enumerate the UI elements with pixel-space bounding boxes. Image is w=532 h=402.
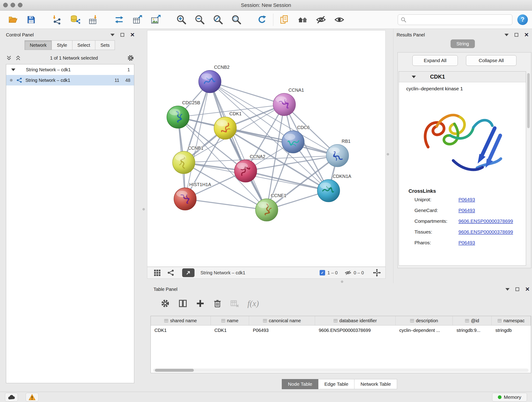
export-table-button[interactable] <box>131 13 144 26</box>
column-icon <box>263 319 267 322</box>
warnings-button[interactable] <box>26 393 38 402</box>
refresh-layout-button[interactable] <box>256 13 268 26</box>
search-input[interactable] <box>409 17 509 22</box>
accordion-disclosure-icon[interactable] <box>412 76 416 78</box>
panel-close-icon[interactable]: ✕ <box>525 287 530 292</box>
network-node-CCNA1[interactable]: CCNA1 <box>273 88 304 116</box>
panel-close-icon[interactable]: ✕ <box>524 32 529 38</box>
disclosure-triangle-icon[interactable] <box>11 69 15 71</box>
zoom-fit-button[interactable] <box>212 13 225 26</box>
network-node-CDC25B[interactable]: CDC25B <box>167 100 200 128</box>
panel-float-icon[interactable] <box>120 33 124 37</box>
memory-button[interactable]: Memory <box>492 393 527 402</box>
table-hscrollbar-thumb[interactable] <box>155 369 194 372</box>
annotation-copy-button[interactable] <box>278 13 291 26</box>
column-header-description[interactable]: description <box>396 316 453 325</box>
open-session-button[interactable] <box>6 13 19 26</box>
table-hscrollbar[interactable] <box>153 369 529 372</box>
tab-network-table[interactable]: Network Table <box>354 379 397 389</box>
network-icon[interactable] <box>167 269 174 276</box>
crosslink-link[interactable]: P06493 <box>458 208 475 213</box>
splitter-handle-bottom[interactable] <box>341 281 343 283</box>
table-cell[interactable]: 9606.ENSP00000378699 <box>315 325 396 335</box>
column-header-shared-name[interactable]: shared name <box>151 316 211 325</box>
table-cell[interactable]: stringdb <box>492 325 531 335</box>
column-header-name[interactable]: name <box>211 316 249 325</box>
zoom-in-button[interactable] <box>175 13 188 26</box>
collapse-all-button[interactable]: Collapse All <box>466 55 516 66</box>
help-button[interactable]: ? <box>517 14 528 25</box>
table-row[interactable]: CDK1CDK1P064939606.ENSP00000378699cyclin… <box>151 325 531 335</box>
network-node-CDC6[interactable]: CDC6 <box>282 125 310 153</box>
add-column-plus-icon[interactable] <box>196 299 205 308</box>
column-header-canonical-name[interactable]: canonical name <box>249 316 315 325</box>
tab-select[interactable]: Select <box>72 40 95 50</box>
column-header--id[interactable]: @id <box>453 316 492 325</box>
string-home-button[interactable] <box>296 13 309 26</box>
zoom-selected-button[interactable] <box>230 13 243 26</box>
cloud-status-button[interactable] <box>5 393 18 402</box>
crosslink-link[interactable]: P06493 <box>458 240 475 245</box>
table-cell[interactable]: CDK1 <box>151 325 211 335</box>
results-scrollbar-thumb[interactable] <box>527 73 530 128</box>
save-session-button[interactable] <box>25 13 38 26</box>
grid-view-icon[interactable] <box>154 269 161 276</box>
table-cell[interactable]: cyclin–dependent ... <box>396 325 453 335</box>
column-header-namespac[interactable]: namespac <box>492 316 531 325</box>
panel-collapse-icon[interactable] <box>110 34 114 36</box>
table-cell[interactable]: CDK1 <box>211 325 249 335</box>
double-chevron-down-icon[interactable] <box>6 55 12 61</box>
toolbar-search[interactable] <box>398 14 512 25</box>
selected-checkbox[interactable]: ✓ <box>320 270 325 275</box>
crosslink-link[interactable]: P06493 <box>458 197 475 202</box>
results-scrollbar[interactable] <box>527 72 530 265</box>
crosslink-link[interactable]: 9606.ENSP00000378699 <box>458 229 513 235</box>
tab-style[interactable]: Style <box>51 40 72 50</box>
import-network-database-button[interactable] <box>69 13 82 26</box>
protein-accordion-header[interactable]: CDK1 <box>399 71 526 82</box>
tab-edge-table[interactable]: Edge Table <box>318 379 355 389</box>
network-edge[interactable] <box>210 82 284 104</box>
network-node-RB1[interactable]: RB1 <box>326 139 351 167</box>
table-cell[interactable]: P06493 <box>249 325 315 335</box>
tab-network[interactable]: Network <box>25 40 52 50</box>
network-edge[interactable] <box>210 82 267 210</box>
import-network-file-button[interactable] <box>51 13 63 26</box>
splitter-handle-left[interactable] <box>143 208 145 211</box>
show-button[interactable] <box>333 13 346 26</box>
network-node-CCNB2[interactable]: CCNB2 <box>199 65 230 93</box>
column-header-database-identifier[interactable]: database identifier <box>315 316 396 325</box>
network-edge[interactable] <box>185 199 267 210</box>
network-canvas[interactable]: CCNB2 CCNA1 CDC25B CDK1 <box>147 30 386 267</box>
splitter-handle-right[interactable] <box>387 153 389 155</box>
double-chevron-up-icon[interactable] <box>15 55 21 61</box>
network-node-HIST1H1A[interactable]: HIST1H1A <box>174 182 211 210</box>
network-collection-row[interactable]: String Network – cdk1 1 <box>6 64 134 75</box>
network-edge[interactable] <box>225 128 337 156</box>
network-row[interactable]: String Network – cdk1 11 48 <box>6 75 134 85</box>
tab-node-table[interactable]: Node Table <box>282 379 318 389</box>
network-node-CCNB1[interactable]: CCNB1 <box>172 146 203 174</box>
table-settings-gear-icon[interactable] <box>160 299 170 308</box>
export-image-button[interactable] <box>149 13 162 26</box>
show-columns-icon[interactable] <box>178 299 187 308</box>
zoom-out-button[interactable] <box>193 13 206 26</box>
network-edge[interactable] <box>185 82 210 199</box>
panel-float-icon[interactable] <box>515 287 519 291</box>
birds-eye-toggle-icon[interactable] <box>373 269 381 277</box>
detach-view-button[interactable] <box>182 268 195 277</box>
panel-float-icon[interactable] <box>515 33 518 37</box>
panel-close-icon[interactable]: ✕ <box>130 32 135 38</box>
tab-sets[interactable]: Sets <box>95 40 115 50</box>
delete-column-trash-icon[interactable] <box>213 299 222 308</box>
crosslink-link[interactable]: 9606.ENSP00000378699 <box>458 218 513 224</box>
string-tab-badge[interactable]: String <box>450 39 475 48</box>
import-table-button[interactable] <box>87 13 100 26</box>
hide-unhide-button[interactable] <box>315 13 327 26</box>
table-cell[interactable]: stringdb:9... <box>453 325 492 335</box>
gear-icon[interactable] <box>127 54 134 62</box>
export-network-button[interactable] <box>113 13 126 26</box>
expand-all-button[interactable]: Expand All <box>412 55 458 66</box>
panel-collapse-icon[interactable] <box>505 34 509 36</box>
panel-collapse-icon[interactable] <box>505 288 510 291</box>
